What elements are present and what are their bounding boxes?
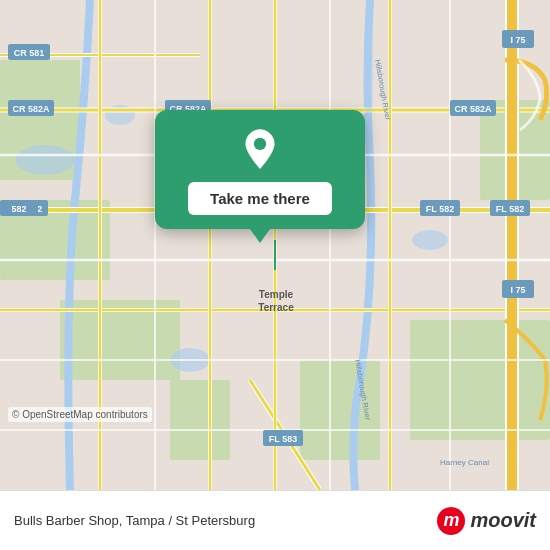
svg-text:582: 582 [11, 204, 26, 214]
svg-rect-31 [507, 0, 517, 490]
svg-text:I 75: I 75 [510, 285, 525, 295]
svg-text:FL 583: FL 583 [269, 434, 297, 444]
svg-text:FL 582: FL 582 [496, 204, 524, 214]
svg-rect-5 [410, 320, 550, 440]
svg-text:Temple: Temple [259, 289, 294, 300]
svg-text:CR 582A: CR 582A [12, 104, 50, 114]
take-me-there-button[interactable]: Take me there [188, 182, 332, 215]
svg-text:Harney Canal: Harney Canal [440, 458, 489, 467]
location-pin-icon [238, 128, 282, 172]
location-label: Bulls Barber Shop, Tampa / St Petersburg [14, 513, 437, 528]
moovit-wordmark: moovit [470, 509, 536, 532]
popup-card: Take me there [155, 110, 365, 229]
map-container[interactable]: CR 581 CR 582A CR 582A CR 582A FL 582 FL… [0, 0, 550, 490]
moovit-logo: m moovit [437, 507, 536, 535]
bottom-bar: Bulls Barber Shop, Tampa / St Petersburg… [0, 490, 550, 550]
svg-point-67 [254, 138, 266, 150]
svg-text:I 75: I 75 [510, 35, 525, 45]
moovit-m-icon: m [437, 507, 465, 535]
svg-text:CR 581: CR 581 [14, 48, 45, 58]
svg-text:Terrace: Terrace [258, 302, 294, 313]
svg-point-11 [412, 230, 448, 250]
osm-attribution: © OpenStreetMap contributors [8, 407, 152, 422]
svg-point-8 [15, 145, 75, 175]
svg-text:CR 582A: CR 582A [454, 104, 492, 114]
svg-text:FL 582: FL 582 [426, 204, 454, 214]
svg-rect-7 [170, 380, 230, 460]
